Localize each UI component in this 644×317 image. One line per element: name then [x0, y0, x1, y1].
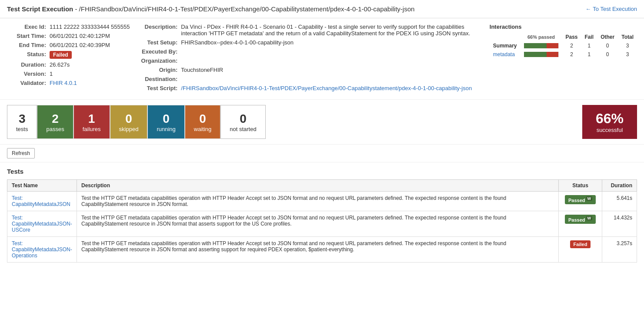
arrow-left-icon: ← [585, 6, 591, 12]
interaction-other: 0 [597, 41, 618, 50]
interaction-name[interactable]: metadata [490, 50, 521, 59]
version-row: Version: 1 [7, 71, 130, 77]
toolbar: Refresh [0, 145, 644, 162]
test-status-cell: PassedW [559, 211, 602, 237]
duration-value: 26.627s [50, 61, 70, 68]
exec-id-value: 1111 22222 333333444 555555 [50, 24, 130, 30]
tests-title: Tests [7, 168, 637, 175]
interaction-total: 3 [618, 41, 637, 50]
test-description-cell: Test the HTTP GET metadata capabilities … [77, 192, 559, 211]
status-label: Status: [7, 51, 46, 57]
interactions-col-pass: Pass [562, 33, 581, 41]
tests-section: Tests Test Name Description Status Durat… [0, 162, 644, 268]
tests-label: tests [16, 126, 28, 132]
test-script-value: /FHIRSandbox/DaVinci/FHIR4-0-1-Test/PDEX… [181, 85, 472, 91]
not-started-label: not started [230, 126, 256, 132]
duration-row: Duration: 26.627s [7, 61, 130, 68]
duration-label: Duration: [7, 61, 46, 68]
page-header: Test Script Execution - /FHIRSandbox/DaV… [0, 0, 644, 18]
table-row: Test: CapabilityMetadataJSON-OperationsT… [7, 237, 637, 263]
validator-value: FHIR 4.0.1 [50, 80, 77, 86]
start-time-label: Start Time: [7, 33, 46, 39]
col-duration: Duration [602, 180, 637, 192]
test-duration-cell: 3.257s [602, 237, 637, 263]
test-details: Description: Da Vinci - PDex - FHIR R4-0… [138, 24, 480, 94]
info-section: Exec Id: 1111 22222 333333444 555555 Sta… [0, 18, 644, 100]
test-name-link[interactable]: Test: CapabilityMetadataJSON [12, 195, 70, 207]
test-description-cell: Test the HTTP GET metadata capabilities … [77, 237, 559, 263]
waiting-stat: 0 waiting [185, 105, 220, 139]
validator-link[interactable]: FHIR 4.0.1 [50, 80, 77, 86]
col-description: Description [77, 180, 559, 192]
origin-label: Origin: [138, 67, 177, 73]
test-name-link[interactable]: Test: CapabilityMetadataJSON-Operations [12, 240, 72, 259]
page-title-path: - /FHIRSandbox/DaVinci/FHIR4-0-1-Test/PD… [73, 5, 414, 13]
interaction-pass: 2 [562, 50, 581, 59]
destination-label: Destination: [138, 76, 177, 82]
running-label: running [157, 126, 175, 132]
status-badge: Failed [50, 51, 72, 59]
interaction-name: Summary [490, 41, 521, 50]
interaction-bar [521, 41, 562, 50]
tests-count: 3 [19, 112, 26, 126]
validator-row: Validator: FHIR 4.0.1 [7, 80, 130, 86]
not-started-count: 0 [240, 112, 247, 126]
test-name-cell: Test: CapabilityMetadataJSON-Operations [7, 237, 77, 263]
interactions-title: Interactions [490, 24, 637, 30]
running-count: 0 [163, 112, 170, 126]
interaction-fail: 1 [581, 50, 597, 59]
interaction-other: 0 [597, 50, 618, 59]
test-name-cell: Test: CapabilityMetadataJSON [7, 192, 77, 211]
passes-label: passes [46, 126, 64, 132]
page-title: Test Script Execution - /FHIRSandbox/DaV… [7, 5, 414, 13]
running-stat: 0 running [147, 105, 184, 139]
success-label: successful [597, 127, 623, 133]
page-title-main: Test Script Execution [7, 5, 73, 13]
interaction-pass: 2 [562, 41, 581, 50]
start-time-value: 06/01/2021 02:40:12PM [50, 33, 110, 39]
waiting-label: waiting [194, 126, 211, 132]
failures-count: 1 [88, 112, 95, 126]
test-name-link[interactable]: Test: CapabilityMetadataJSON-USCore [12, 215, 72, 233]
executed-by-row: Executed By: [138, 48, 480, 55]
success-pct-stat: 66% successful [582, 105, 637, 139]
origin-value: TouchstoneFHIR [181, 67, 223, 73]
end-time-row: End Time: 06/01/2021 02:40:39PM [7, 42, 130, 48]
status-badge: PassedW [565, 215, 596, 224]
exec-id-label: Exec Id: [7, 24, 46, 30]
version-label: Version: [7, 71, 46, 77]
interaction-fail: 1 [581, 41, 597, 50]
description-row: Description: Da Vinci - PDex - FHIR R4-0… [138, 24, 480, 37]
test-setup-value: FHIRSandbox--pdex-4-0-1-00-capability-js… [181, 39, 294, 46]
col-test-name: Test Name [7, 180, 77, 192]
failures-stat: 1 failures [73, 105, 110, 139]
table-row: Test: CapabilityMetadataJSONTest the HTT… [7, 192, 637, 211]
status-badge: Failed [570, 240, 591, 248]
test-description-cell: Test the HTTP GET metadata capabilities … [77, 211, 559, 237]
destination-row: Destination: [138, 76, 480, 82]
success-pct-value: 66% [596, 111, 624, 127]
version-value: 1 [50, 71, 53, 77]
test-script-link[interactable]: /FHIRSandbox/DaVinci/FHIR4-0-1-Test/PDEX… [181, 85, 472, 91]
interaction-total: 3 [618, 50, 637, 59]
test-duration-cell: 14.432s [602, 211, 637, 237]
interactions-panel: Interactions 66% passed Pass Fail Other … [490, 24, 637, 94]
test-status-cell: PassedW [559, 192, 602, 211]
organization-row: Organization: [138, 57, 480, 64]
table-row: Test: CapabilityMetadataJSON-USCoreTest … [7, 211, 637, 237]
exec-id-row: Exec Id: 1111 22222 333333444 555555 [7, 24, 130, 30]
refresh-button[interactable]: Refresh [7, 148, 35, 158]
description-label: Description: [138, 24, 177, 30]
interaction-bar [521, 50, 562, 59]
test-name-cell: Test: CapabilityMetadataJSON-USCore [7, 211, 77, 237]
executed-by-label: Executed By: [138, 48, 177, 55]
skipped-count: 0 [125, 112, 132, 126]
interactions-row: metadata2103 [490, 50, 637, 59]
interactions-col-name [490, 33, 521, 41]
to-test-execution-link[interactable]: ←To Test Execution [585, 6, 637, 12]
test-script-label: Test Script: [138, 85, 177, 91]
test-script-row: Test Script: /FHIRSandbox/DaVinci/FHIR4-… [138, 85, 480, 91]
interactions-col-fail: Fail [581, 33, 597, 41]
test-duration-cell: 5.641s [602, 192, 637, 211]
interactions-row: Summary2103 [490, 41, 637, 50]
